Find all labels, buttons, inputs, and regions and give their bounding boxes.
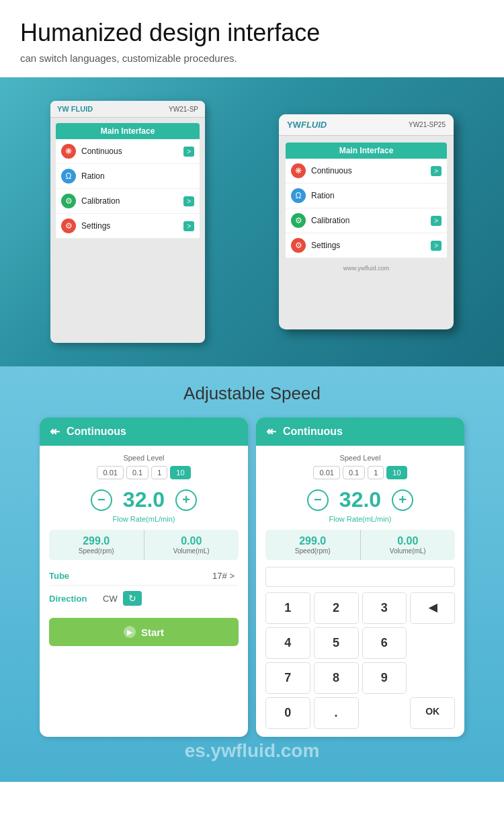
right-speed-btn-1[interactable]: 1 — [368, 466, 384, 479]
menu-item-ration[interactable]: Ω Ration — [56, 164, 200, 189]
right-flow-value: 32.0 — [339, 487, 381, 512]
numpad-grid: 1 2 3 ◀ 4 5 6 7 8 9 0 . OK — [265, 592, 455, 729]
left-speed-label: Speed(rpm) — [56, 547, 137, 555]
right-panel-title: Continuous — [283, 426, 343, 438]
numpad-key-5[interactable]: 5 — [314, 627, 359, 659]
right-increase-btn[interactable]: + — [392, 489, 413, 511]
right-speed-btn-10[interactable]: 10 — [386, 466, 407, 479]
device-left: YW FLUID YW21-SP Main Interface ❋ Contin… — [50, 101, 205, 343]
speed-btn-1[interactable]: 1 — [151, 466, 167, 479]
left-volume-value: 0.00 — [151, 535, 233, 547]
right-speed-btn-001[interactable]: 0.01 — [313, 466, 339, 479]
right-back-arrow-icon[interactable]: ↞ — [266, 424, 276, 439]
menu-label-ration: Ration — [81, 171, 194, 181]
device-right: YWFLUID YW21-SP25 Main Interface ❋ Conti… — [279, 114, 454, 329]
right-menu-icon-ration: Ω — [291, 188, 306, 203]
numpad-key-7[interactable]: 7 — [265, 662, 310, 694]
right-speed-label: Speed(rpm) — [272, 547, 353, 555]
page-subtitle: can switch languages, customizable proce… — [20, 52, 484, 64]
yw-logo-left: YW FLUID — [57, 105, 93, 113]
right-decrease-btn[interactable]: − — [307, 489, 329, 511]
left-panel-header: ↞ Continuous — [40, 417, 248, 446]
left-tube-row: Tube 17# > — [49, 567, 239, 586]
start-play-icon: ▶ — [124, 626, 136, 638]
menu-arrow-settings: > — [183, 221, 194, 231]
right-menu-item-continuous[interactable]: ❋ Continuous > — [286, 159, 447, 184]
numpad-key-backspace[interactable]: ◀ — [410, 592, 455, 624]
menu-label-settings: Settings — [81, 221, 178, 231]
menu-item-continuous[interactable]: ❋ Continuous > — [56, 139, 200, 164]
menu-icon-calibration: ⚙ — [61, 194, 76, 208]
numpad-key-9[interactable]: 9 — [362, 662, 407, 694]
left-speed-buttons: 0.01 0.1 1 10 — [49, 466, 239, 479]
left-panel-body: Speed Level 0.01 0.1 1 10 − 32.0 + Flow … — [40, 446, 248, 654]
menu-item-calibration[interactable]: ⚙ Calibration > — [56, 189, 200, 214]
right-menu-arrow-settings: > — [431, 241, 442, 251]
right-menu-label-continuous: Continuous — [311, 166, 425, 175]
right-menu-label-calibration: Calibration — [311, 216, 425, 225]
right-speed-btn-01[interactable]: 0.1 — [343, 466, 365, 479]
left-direction-value: CW — [103, 594, 118, 604]
left-volume-label: Volume(mL) — [151, 547, 233, 555]
menu-item-settings[interactable]: ⚙ Settings > — [56, 214, 200, 239]
menu-label-calibration: Calibration — [81, 196, 178, 206]
menu-label-continuous: Continuous — [81, 147, 178, 156]
menu-icon-ration: Ω — [61, 169, 76, 184]
screen-header-left: Main Interface — [56, 123, 200, 139]
left-direction-btn[interactable]: ↻ — [123, 591, 142, 606]
left-tube-label: Tube — [49, 571, 103, 581]
left-volume-item: 0.00 Volume(mL) — [144, 530, 239, 560]
left-tube-value[interactable]: 17# > — [103, 571, 239, 581]
right-menu-item-settings[interactable]: ⚙ Settings > — [286, 233, 447, 258]
left-back-arrow-icon[interactable]: ↞ — [50, 424, 60, 439]
left-increase-btn[interactable]: + — [175, 489, 197, 511]
numpad-key-8[interactable]: 8 — [314, 662, 359, 694]
numpad-key-dot[interactable]: . — [314, 697, 359, 729]
right-menu-arrow-calibration: > — [431, 216, 442, 226]
right-volume-value: 0.00 — [368, 535, 449, 547]
numpad-key-1[interactable]: 1 — [265, 592, 310, 624]
speed-btn-10[interactable]: 10 — [170, 466, 190, 479]
numpad-key-ok[interactable]: OK — [410, 697, 455, 729]
menu-arrow-calibration: > — [183, 196, 194, 206]
right-control-panel: ↞ Continuous Speed Level 0.01 0.1 1 10 −… — [256, 417, 464, 737]
panels-container: ↞ Continuous Speed Level 0.01 0.1 1 10 −… — [13, 417, 491, 737]
yw-logo-right: YWFLUID — [287, 120, 327, 130]
right-menu-arrow-continuous: > — [431, 166, 442, 176]
left-speed-level-label: Speed Level — [49, 454, 239, 462]
numpad-key-3[interactable]: 3 — [362, 592, 407, 624]
numpad-key-2[interactable]: 2 — [314, 592, 359, 624]
speed-btn-01[interactable]: 0.1 — [126, 466, 149, 479]
photo-inner: YW FLUID YW21-SP Main Interface ❋ Contin… — [0, 77, 504, 366]
right-menu-icon-continuous: ❋ — [291, 163, 306, 178]
left-flow-control: − 32.0 + — [49, 487, 239, 512]
left-start-label: Start — [141, 627, 164, 638]
left-panel-title: Continuous — [67, 426, 126, 438]
device-model-left: YW21-SP — [169, 106, 198, 113]
right-volume-label: Volume(mL) — [368, 547, 449, 555]
left-flow-rate-label: Flow Rate(mL/min) — [49, 515, 239, 523]
device-model-right: YW21-SP25 — [409, 121, 446, 128]
menu-icon-continuous: ❋ — [61, 144, 76, 159]
left-speed-volume-box: 299.0 Speed(rpm) 0.00 Volume(mL) — [49, 530, 239, 560]
adjustable-speed-title: Adjustable Speed — [13, 383, 491, 404]
numpad-key-4[interactable]: 4 — [265, 627, 310, 659]
right-menu-label-ration: Ration — [311, 191, 442, 200]
right-speed-buttons: 0.01 0.1 1 10 — [265, 466, 455, 479]
right-menu-item-ration[interactable]: Ω Ration — [286, 184, 447, 208]
right-menu-item-calibration[interactable]: ⚙ Calibration > — [286, 208, 447, 233]
left-start-button[interactable]: ▶ Start — [49, 618, 239, 646]
left-direction-row: Direction CW ↻ — [49, 586, 239, 611]
left-control-panel: ↞ Continuous Speed Level 0.01 0.1 1 10 −… — [40, 417, 248, 737]
numpad-key-0[interactable]: 0 — [265, 697, 310, 729]
right-panel-header: ↞ Continuous — [256, 417, 464, 446]
right-volume-item: 0.00 Volume(mL) — [361, 530, 456, 560]
left-decrease-btn[interactable]: − — [91, 489, 112, 511]
right-speed-value: 299.0 — [272, 535, 353, 547]
right-panel-body: Speed Level 0.01 0.1 1 10 − 32.0 + Flow … — [256, 446, 464, 737]
speed-btn-001[interactable]: 0.01 — [97, 466, 123, 479]
bottom-section: Adjustable Speed ↞ Continuous Speed Leve… — [0, 366, 504, 782]
device-top-bar-left: YW FLUID YW21-SP — [50, 101, 205, 118]
numpad-input-display[interactable] — [265, 567, 455, 587]
numpad-key-6[interactable]: 6 — [362, 627, 407, 659]
